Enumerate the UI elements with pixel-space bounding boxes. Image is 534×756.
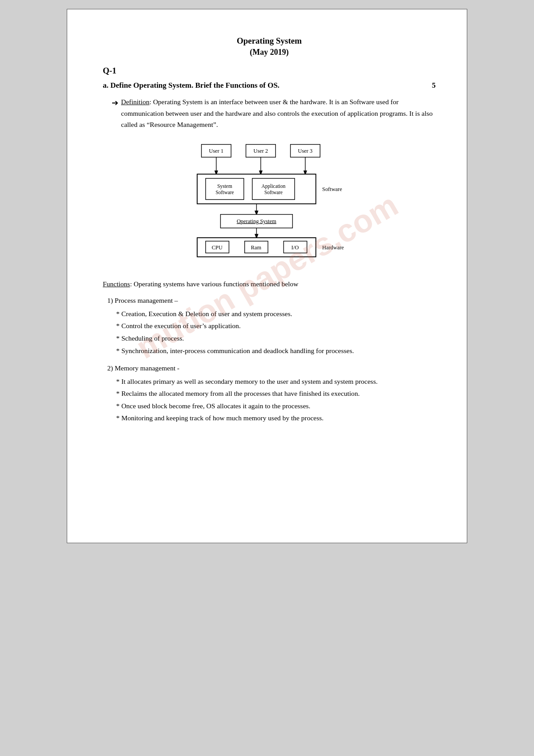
document-title: Operating System (103, 36, 436, 46)
diagram-container: User 1 User 2 User 3 System Software (103, 139, 436, 266)
diagram: User 1 User 2 User 3 System Software (180, 139, 358, 266)
svg-text:User 1: User 1 (209, 148, 224, 154)
diagram-svg: User 1 User 2 User 3 System Software (180, 139, 358, 264)
marks: 5 (432, 81, 436, 90)
svg-rect-13 (252, 178, 295, 199)
sub-list-1: * Creation, Execution & Deletion of user… (116, 308, 436, 356)
sub-list-2: * It allocates primary as well as second… (116, 376, 436, 424)
document-subtitle: (May 2019) (103, 48, 436, 57)
list-item-2-title: 2) Memory management - (107, 362, 436, 374)
sub-item-2-2: * Reclaims the allocated memory from all… (116, 388, 436, 399)
list-item-1: 1) Process management – * Creation, Exec… (107, 295, 436, 356)
svg-text:User 3: User 3 (298, 148, 313, 154)
sub-item-2-1: * It allocates primary as well as second… (116, 376, 436, 387)
functions-title: Functions: Operating systems have variou… (103, 278, 436, 290)
functions-intro: : Operating systems have various functio… (130, 280, 298, 288)
sub-item-2-3: * Once used block become free, OS alloca… (116, 400, 436, 412)
svg-text:Application: Application (262, 183, 286, 189)
svg-text:Software: Software (264, 190, 283, 195)
functions-section: Functions: Operating systems have variou… (103, 278, 436, 424)
sub-item-1-3: * Scheduling of process. (116, 333, 436, 344)
definition-content: : Operating System is an interface betwe… (121, 98, 433, 128)
sub-item-1-1: * Creation, Execution & Deletion of user… (116, 308, 436, 320)
functions-label: Functions (103, 280, 130, 288)
definition-label: Definition (121, 98, 150, 106)
sub-item-2-4: * Monitoring and keeping track of how mu… (116, 412, 436, 424)
svg-text:Operating System: Operating System (237, 218, 276, 224)
question-heading-text: a. Define Operating System. Brief the Fu… (103, 81, 279, 90)
svg-text:Software: Software (322, 186, 342, 192)
list-item-1-title: 1) Process management – (107, 295, 436, 306)
sub-item-1-4: * Synchronization, inter-process communi… (116, 345, 436, 357)
svg-text:System: System (217, 183, 232, 189)
list-item-2: 2) Memory management - * It allocates pr… (107, 362, 436, 424)
svg-text:CPU: CPU (212, 244, 222, 250)
definition-line: ➔ Definition: Operating System is an int… (112, 96, 436, 130)
question-heading: a. Define Operating System. Brief the Fu… (103, 81, 436, 90)
sub-item-1-2: * Control the execution of user’s applic… (116, 320, 436, 332)
definition-text: Definition: Operating System is an inter… (121, 96, 436, 130)
svg-text:User 2: User 2 (254, 148, 268, 154)
question-number: Q-1 (103, 66, 436, 76)
definition-block: ➔ Definition: Operating System is an int… (112, 96, 436, 130)
svg-text:Software: Software (215, 190, 234, 195)
page: mution papers.com Operating System (May … (67, 9, 467, 543)
arrow-icon: ➔ (112, 97, 118, 110)
svg-rect-10 (206, 178, 244, 199)
title-section: Operating System (May 2019) (103, 36, 436, 57)
svg-text:Hardware: Hardware (322, 244, 344, 250)
svg-text:I/O: I/O (291, 244, 299, 250)
svg-text:Ram: Ram (251, 244, 262, 250)
